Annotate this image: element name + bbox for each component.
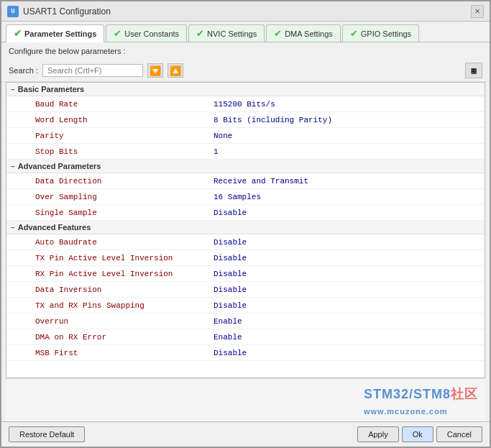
- param-value: Enable: [208, 331, 485, 344]
- param-name: Over Sampling: [6, 191, 208, 204]
- tab-user-constants[interactable]: ✔User Constants: [106, 24, 187, 42]
- param-name: Auto Baudrate: [6, 236, 208, 249]
- param-value: Disable: [208, 299, 485, 312]
- tab-label-dma-settings: DMA Settings: [285, 29, 333, 38]
- tab-label-nvic-settings: NVIC Settings: [207, 29, 257, 38]
- param-value: 8 Bits (including Parity): [208, 114, 485, 127]
- table-row[interactable]: TX and RX Pins SwappingDisable: [6, 298, 485, 314]
- tab-parameter-settings[interactable]: ✔Parameter Settings: [6, 24, 104, 42]
- bottom-area: STM32/STM8社区 www.mcuzone.com: [6, 378, 485, 421]
- watermark: STM32/STM8社区 www.mcuzone.com: [364, 385, 478, 418]
- param-name: RX Pin Active Level Inversion: [6, 268, 208, 280]
- param-value: Enable: [208, 315, 485, 328]
- search-prev-button[interactable]: 🔼: [168, 63, 183, 78]
- table-row[interactable]: Word Length8 Bits (including Parity): [6, 112, 485, 128]
- grid-view-button[interactable]: ▦: [465, 63, 482, 78]
- window-title: USART1 Configuration: [23, 6, 111, 17]
- section-toggle-advanced-parameters: −: [11, 163, 15, 170]
- param-value: Disable: [208, 268, 485, 280]
- param-name: DMA on RX Error: [6, 331, 208, 344]
- section-toggle-advanced-features: −: [11, 224, 15, 232]
- tab-nvic-settings[interactable]: ✔NVIC Settings: [188, 24, 265, 42]
- table-row[interactable]: RX Pin Active Level InversionDisable: [6, 266, 485, 282]
- footer-bar: Restore Default Apply Ok Cancel: [1, 421, 490, 447]
- table-row[interactable]: Single SampleDisable: [6, 205, 485, 221]
- main-window: U USART1 Configuration ✕ ✔Parameter Sett…: [0, 0, 491, 448]
- param-name: Overrun: [6, 315, 208, 328]
- param-name: Baud Rate: [6, 98, 208, 111]
- tab-check-nvic-settings: ✔: [196, 28, 204, 39]
- section-toggle-basic-parameters: −: [11, 86, 15, 93]
- close-button[interactable]: ✕: [471, 5, 484, 18]
- param-name: Data Inversion: [6, 283, 208, 296]
- search-bar: Search : 🔽 🔼 ▦: [1, 60, 490, 82]
- table-row[interactable]: OverrunEnable: [6, 314, 485, 329]
- param-value: Disable: [208, 236, 485, 249]
- table-row[interactable]: Data DirectionReceive and Transmit: [6, 173, 485, 189]
- params-area: −Basic ParametersBaud Rate115200 Bits/sW…: [6, 82, 485, 378]
- tab-gpio-settings[interactable]: ✔GPIO Settings: [342, 24, 419, 42]
- tab-label-gpio-settings: GPIO Settings: [361, 29, 411, 38]
- param-value: Disable: [208, 206, 485, 219]
- table-row[interactable]: Baud Rate115200 Bits/s: [6, 96, 485, 112]
- param-name: TX Pin Active Level Inversion: [6, 252, 208, 265]
- param-value: None: [208, 129, 485, 142]
- restore-default-button[interactable]: Restore Default: [9, 426, 85, 442]
- search-label: Search :: [9, 66, 38, 75]
- tab-dma-settings[interactable]: ✔DMA Settings: [266, 24, 341, 42]
- section-header-advanced-features[interactable]: −Advanced Features: [6, 221, 485, 234]
- param-name: Single Sample: [6, 206, 208, 219]
- search-next-button[interactable]: 🔽: [147, 63, 163, 78]
- tab-check-user-constants: ✔: [114, 28, 121, 39]
- table-row[interactable]: ParityNone: [6, 128, 485, 144]
- title-bar-left: U USART1 Configuration: [7, 6, 111, 17]
- table-row[interactable]: Over Sampling16 Samples: [6, 189, 485, 205]
- ok-button[interactable]: Ok: [402, 426, 433, 442]
- footer-right: Apply Ok Cancel: [357, 426, 482, 442]
- tab-check-parameter-settings: ✔: [14, 28, 22, 39]
- param-name: MSB First: [6, 347, 208, 360]
- param-value: 16 Samples: [208, 191, 485, 204]
- footer-left: Restore Default: [9, 426, 85, 442]
- param-name: Stop Bits: [6, 145, 208, 158]
- section-header-basic-parameters[interactable]: −Basic Parameters: [6, 83, 485, 96]
- window-icon: U: [7, 6, 19, 17]
- param-name: Word Length: [6, 114, 208, 127]
- param-name: Parity: [6, 129, 208, 142]
- param-name: TX and RX Pins Swapping: [6, 299, 208, 312]
- param-value: 1: [208, 145, 485, 158]
- title-bar: U USART1 Configuration ✕: [1, 1, 490, 22]
- table-row[interactable]: MSB FirstDisable: [6, 345, 485, 361]
- configure-label: Configure the below parameters :: [1, 42, 490, 60]
- param-name: Data Direction: [6, 175, 208, 188]
- param-value: Disable: [208, 252, 485, 265]
- table-row[interactable]: TX Pin Active Level InversionDisable: [6, 250, 485, 266]
- tab-check-gpio-settings: ✔: [350, 28, 358, 39]
- section-label-advanced-features: Advanced Features: [18, 223, 91, 232]
- section-header-advanced-parameters[interactable]: −Advanced Parameters: [6, 160, 485, 173]
- param-value: Receive and Transmit: [208, 175, 485, 188]
- cancel-button[interactable]: Cancel: [436, 426, 482, 442]
- table-row[interactable]: Stop Bits1: [6, 144, 485, 160]
- tab-label-parameter-settings: Parameter Settings: [24, 29, 96, 38]
- tabs-bar: ✔Parameter Settings✔User Constants✔NVIC …: [1, 22, 490, 42]
- apply-button[interactable]: Apply: [357, 426, 399, 442]
- tab-check-dma-settings: ✔: [274, 28, 282, 39]
- section-label-advanced-parameters: Advanced Parameters: [18, 162, 101, 170]
- table-row[interactable]: Auto BaudrateDisable: [6, 234, 485, 250]
- param-value: Disable: [208, 347, 485, 360]
- param-value: 115200 Bits/s: [208, 98, 485, 111]
- section-label-basic-parameters: Basic Parameters: [18, 85, 84, 93]
- tab-label-user-constants: User Constants: [124, 29, 179, 38]
- search-input[interactable]: [42, 64, 143, 77]
- table-row[interactable]: DMA on RX ErrorEnable: [6, 329, 485, 345]
- param-value: Disable: [208, 283, 485, 296]
- table-row[interactable]: Data InversionDisable: [6, 282, 485, 298]
